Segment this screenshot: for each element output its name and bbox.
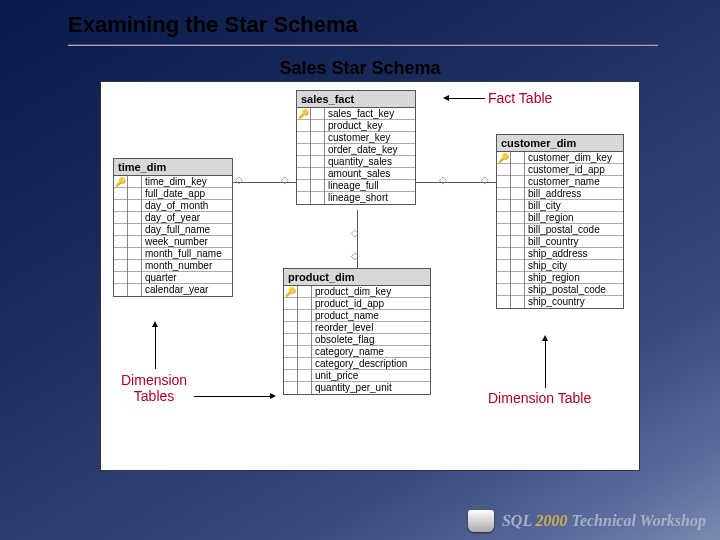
field-box-icon — [511, 188, 525, 200]
field-box-icon — [128, 224, 142, 236]
key-icon — [497, 248, 511, 260]
field-box-icon — [511, 164, 525, 176]
field-box-icon — [311, 180, 325, 192]
field-name: product_name — [312, 310, 382, 322]
key-icon — [114, 188, 128, 200]
field-name: lineage_full — [325, 180, 382, 192]
field-row: category_description — [284, 358, 430, 370]
field-row: day_of_year — [114, 212, 232, 224]
field-row: reorder_level — [284, 322, 430, 334]
label-dimension-tables: Dimension Tables — [121, 372, 187, 404]
field-name: day_full_name — [142, 224, 213, 236]
arrow-head-fact-table — [443, 95, 449, 101]
field-row: 🔑sales_fact_key — [297, 108, 415, 120]
field-name: category_name — [312, 346, 387, 358]
field-box-icon — [298, 310, 312, 322]
field-row: order_date_key — [297, 144, 415, 156]
field-box-icon — [511, 296, 525, 308]
footer-brand: SQL 2000 Technical Workshop — [502, 512, 706, 530]
key-icon — [114, 260, 128, 272]
field-box-icon — [511, 176, 525, 188]
field-name: lineage_short — [325, 192, 391, 204]
arrow-head-dim-up — [152, 321, 158, 327]
field-box-icon — [511, 152, 525, 164]
field-box-icon — [311, 156, 325, 168]
field-box-icon — [298, 370, 312, 382]
field-row: quantity_sales — [297, 156, 415, 168]
field-name: reorder_level — [312, 322, 376, 334]
key-icon — [297, 168, 311, 180]
field-box-icon — [128, 188, 142, 200]
field-name: product_dim_key — [312, 286, 394, 298]
key-icon — [114, 284, 128, 296]
field-name: bill_address — [525, 188, 584, 200]
field-row: ship_country — [497, 296, 623, 308]
field-name: amount_sales — [325, 168, 393, 180]
field-row: ship_city — [497, 260, 623, 272]
field-name: category_description — [312, 358, 410, 370]
key-icon — [114, 248, 128, 260]
field-box-icon — [298, 382, 312, 394]
field-box-icon — [511, 224, 525, 236]
crowfoot-icon: ◇ — [351, 250, 359, 261]
field-row: day_full_name — [114, 224, 232, 236]
title-underline — [68, 44, 658, 46]
crowfoot-icon: ◇ — [351, 227, 359, 238]
key-icon — [297, 180, 311, 192]
entity-time-dim: time_dim 🔑time_dim_keyfull_date_appday_o… — [113, 158, 233, 297]
key-icon — [284, 334, 298, 346]
footer-seg-b: Technical Workshop — [568, 512, 706, 529]
field-row: customer_name — [497, 176, 623, 188]
entity-title-time-dim: time_dim — [113, 158, 233, 176]
field-row: 🔑customer_dim_key — [497, 152, 623, 164]
field-row: lineage_short — [297, 192, 415, 204]
footer-seg-num: 2000 — [536, 512, 568, 529]
key-icon — [297, 192, 311, 204]
field-box-icon — [511, 272, 525, 284]
key-icon — [497, 164, 511, 176]
arrow-head-dim-right — [270, 393, 276, 399]
field-name: customer_key — [325, 132, 393, 144]
key-icon — [114, 224, 128, 236]
crowfoot-icon: ◇ — [281, 174, 289, 185]
field-name: ship_address — [525, 248, 590, 260]
field-name: ship_city — [525, 260, 570, 272]
key-icon — [497, 284, 511, 296]
field-box-icon — [311, 120, 325, 132]
field-box-icon — [128, 260, 142, 272]
key-icon: 🔑 — [497, 152, 511, 164]
field-box-icon — [511, 248, 525, 260]
key-icon — [284, 322, 298, 334]
field-row: day_of_month — [114, 200, 232, 212]
field-row: bill_postal_code — [497, 224, 623, 236]
field-box-icon — [128, 248, 142, 260]
field-row: product_name — [284, 310, 430, 322]
field-row: customer_id_app — [497, 164, 623, 176]
field-row: full_date_app — [114, 188, 232, 200]
field-row: obsolete_flag — [284, 334, 430, 346]
field-name: bill_city — [525, 200, 564, 212]
sql-logo-icon — [468, 510, 494, 532]
field-row: bill_address — [497, 188, 623, 200]
slide-title: Examining the Star Schema — [68, 12, 358, 38]
crowfoot-icon: ◇ — [481, 174, 489, 185]
label-dimension-table: Dimension Table — [488, 390, 591, 406]
field-row: quarter — [114, 272, 232, 284]
key-icon — [284, 298, 298, 310]
field-box-icon — [311, 108, 325, 120]
field-name: sales_fact_key — [325, 108, 397, 120]
field-box-icon — [511, 284, 525, 296]
field-name: order_date_key — [325, 144, 401, 156]
key-icon — [297, 144, 311, 156]
key-icon — [497, 224, 511, 236]
entity-product-dim: product_dim 🔑product_dim_keyproduct_id_a… — [283, 268, 431, 395]
entity-body-sales-fact: 🔑sales_fact_keyproduct_keycustomer_keyor… — [296, 108, 416, 205]
key-icon — [497, 272, 511, 284]
crowfoot-icon: ◇ — [235, 174, 243, 185]
field-row: 🔑time_dim_key — [114, 176, 232, 188]
arrow-head-dim-cust — [542, 335, 548, 341]
key-icon — [297, 132, 311, 144]
field-row: ship_region — [497, 272, 623, 284]
field-name: customer_dim_key — [525, 152, 615, 164]
key-icon — [297, 156, 311, 168]
